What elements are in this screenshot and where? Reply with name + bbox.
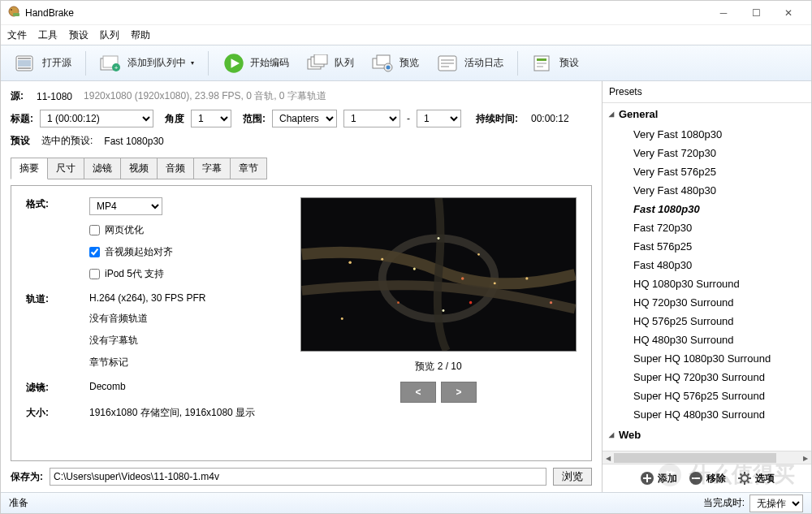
window-minimize[interactable]: ─	[707, 1, 740, 25]
window-maximize[interactable]: ☐	[740, 1, 772, 25]
preset-item[interactable]: HQ 576p25 Surround	[603, 312, 811, 330]
preset-item[interactable]: HQ 1080p30 Surround	[603, 274, 811, 293]
chevron-down-icon: ▾	[191, 59, 194, 67]
preset-item[interactable]: Very Fast 720p30	[603, 144, 811, 162]
save-as-label: 保存为:	[11, 470, 43, 484]
svg-line-54	[747, 482, 749, 483]
range-to-select[interactable]: 1	[417, 110, 461, 127]
add-preset-button[interactable]: 添加	[640, 471, 677, 486]
svg-point-30	[348, 261, 352, 264]
range-type-select[interactable]: Chapters	[272, 110, 337, 127]
activity-log-label: 活动日志	[464, 56, 503, 70]
presets-button[interactable]: 预设	[525, 50, 586, 76]
preset-item[interactable]: Fast 1080p30	[603, 200, 811, 218]
presets-icon	[532, 54, 555, 72]
add-queue-button[interactable]: + 添加到队列中 ▾	[93, 50, 201, 76]
window-close[interactable]: ✕	[772, 1, 805, 25]
preset-item[interactable]: HQ 480p30 Surround	[603, 330, 811, 349]
tabs: 摘要 尺寸 滤镜 视频 音频 字幕 章节	[11, 158, 592, 179]
presets-label: 预设	[559, 56, 579, 70]
preset-item[interactable]: HQ 720p30 Surround	[603, 293, 811, 312]
preset-group[interactable]: General	[603, 103, 811, 125]
start-encode-button[interactable]: 开始编码	[215, 50, 296, 76]
source-info: 1920x1080 (1920x1080), 23.98 FPS, 0 音轨, …	[84, 89, 326, 103]
title-select[interactable]: 1 (00:00:12)	[40, 110, 153, 127]
tab-video[interactable]: 视频	[120, 158, 158, 179]
separator	[517, 51, 518, 76]
av-align-checkbox[interactable]: 音视频起始对齐	[89, 245, 173, 259]
browse-button[interactable]: 浏览	[553, 468, 592, 486]
when-done-select[interactable]: 无操作	[749, 495, 803, 512]
svg-point-39	[442, 309, 444, 312]
svg-point-37	[341, 317, 343, 320]
open-source-button[interactable]: 打开源	[7, 50, 79, 76]
activity-log-button[interactable]: 活动日志	[430, 50, 511, 76]
open-source-label: 打开源	[42, 56, 71, 70]
source-label: 源:	[11, 89, 24, 103]
size-label: 大小:	[26, 406, 75, 420]
menu-queue[interactable]: 队列	[100, 28, 119, 42]
preset-item[interactable]: Very Fast 576p25	[603, 162, 811, 181]
when-done-label: 当完成时:	[703, 496, 745, 510]
svg-rect-26	[537, 63, 546, 64]
svg-point-41	[477, 253, 480, 256]
svg-rect-27	[537, 66, 543, 67]
preset-item[interactable]: Fast 720p30	[603, 218, 811, 237]
menu-file[interactable]: 文件	[7, 28, 27, 42]
preset-name: Fast 1080p30	[104, 136, 163, 147]
start-encode-label: 开始编码	[250, 56, 289, 70]
svg-rect-5	[18, 67, 31, 69]
menu-help[interactable]: 帮助	[131, 28, 150, 42]
svg-point-1	[11, 9, 12, 11]
svg-point-19	[387, 65, 391, 69]
svg-point-48	[741, 475, 748, 482]
tab-filters[interactable]: 滤镜	[84, 158, 121, 179]
preset-item[interactable]: Fast 480p30	[603, 256, 811, 274]
preview-label: 预览	[400, 56, 419, 70]
queue-label: 队列	[335, 56, 354, 70]
preset-selected-text: 选中的预设:	[41, 134, 93, 148]
preset-item[interactable]: Super HQ 720p30 Surround	[603, 368, 811, 387]
tab-subtitles[interactable]: 字幕	[193, 158, 231, 179]
format-select[interactable]: MP4	[89, 197, 162, 215]
preset-item[interactable]: Super HQ 576p25 Surround	[603, 387, 811, 405]
preset-item[interactable]: Very Fast 1080p30	[603, 125, 811, 144]
remove-preset-button[interactable]: 移除	[689, 471, 726, 486]
log-icon	[437, 54, 460, 72]
svg-text:+: +	[114, 64, 119, 71]
save-path-input[interactable]	[50, 468, 546, 486]
preset-options-button[interactable]: 选项	[737, 471, 775, 486]
preset-item[interactable]: Super HQ 1080p30 Surround	[603, 349, 811, 368]
preset-item[interactable]: Fast 576p25	[603, 237, 811, 256]
horizontal-scrollbar[interactable]: ◀▶	[603, 451, 811, 464]
ipod-checkbox[interactable]: iPod 5代 支持	[89, 267, 173, 281]
toolbar: 打开源 + 添加到队列中 ▾ 开始编码 队列 预览 活动日志 预设	[1, 45, 811, 81]
menu-presets[interactable]: 预设	[69, 28, 89, 42]
svg-rect-25	[537, 58, 546, 61]
svg-point-31	[381, 258, 383, 261]
minus-icon	[689, 471, 703, 486]
tab-chapters[interactable]: 章节	[230, 158, 267, 179]
preview-next-button[interactable]: >	[441, 382, 477, 403]
presets-list[interactable]: GeneralVery Fast 1080p30Very Fast 720p30…	[603, 103, 811, 451]
preset-item[interactable]: Super HQ 480p30 Surround	[603, 405, 811, 424]
title-label: 标题:	[11, 112, 33, 126]
svg-rect-2	[13, 13, 19, 16]
summary-pane: 格式: MP4 网页优化 音视频起始对齐 iPod 5代 支持 轨道: H.26…	[11, 185, 592, 461]
app-title: HandBrake	[25, 7, 74, 19]
web-optimized-checkbox[interactable]: 网页优化	[89, 223, 173, 237]
queue-button[interactable]: 队列	[300, 50, 361, 76]
preview-prev-button[interactable]: <	[400, 382, 436, 403]
tab-dimensions[interactable]: 尺寸	[47, 158, 84, 179]
angle-select[interactable]: 1	[191, 110, 231, 127]
tab-summary[interactable]: 摘要	[11, 158, 48, 179]
range-from-select[interactable]: 1	[343, 110, 400, 127]
menu-tools[interactable]: 工具	[38, 28, 58, 42]
preview-button[interactable]: 预览	[365, 50, 426, 76]
preset-item[interactable]: Very Fast 480p30	[603, 181, 811, 200]
svg-point-33	[461, 277, 464, 280]
plus-icon	[640, 471, 654, 486]
preset-group[interactable]: Web	[603, 424, 811, 446]
separator	[208, 51, 209, 76]
tab-audio[interactable]: 音频	[157, 158, 194, 179]
